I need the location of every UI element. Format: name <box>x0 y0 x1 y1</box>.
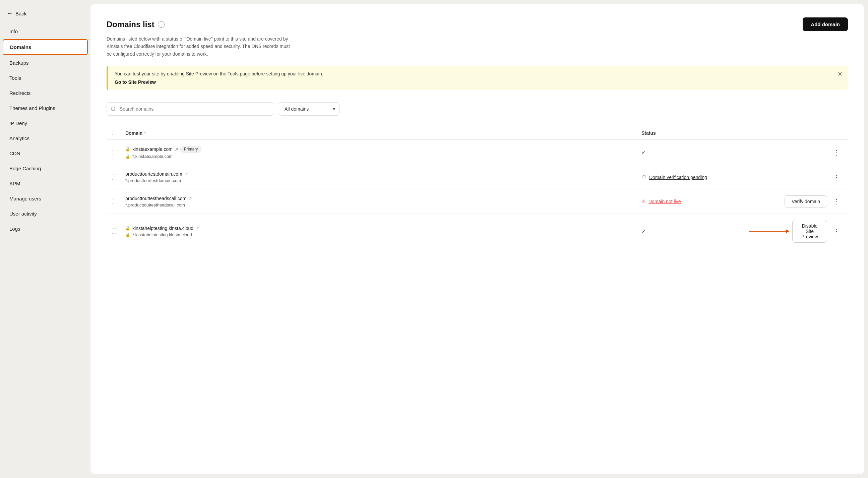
sidebar-item-domains[interactable]: Domains <box>3 39 88 55</box>
external-link-icon[interactable]: ↗ <box>175 147 178 152</box>
domain-name: kinstahelptesting.kinsta.cloud <box>132 226 193 231</box>
domain-wildcard-line: *.producttouttestheadscall.com <box>125 203 642 208</box>
sidebar-item-themes-plugins[interactable]: Themes and Plugins <box>3 101 88 115</box>
search-icon <box>111 106 116 112</box>
table-rows: 🔒kinstaexample.com↗Primary🔒*.kinstaexamp… <box>106 140 848 249</box>
row-status-cell: ⚠Domain not live <box>642 199 749 205</box>
sidebar-nav: InfoDomainsBackupsToolsRedirectsThemes a… <box>0 24 91 236</box>
row-domain-cell: producttouttestheadscall.com↗*.productto… <box>125 196 642 208</box>
row-domain-cell: 🔒kinstaexample.com↗Primary🔒*.kinstaexamp… <box>125 146 642 159</box>
row-status-cell: ⏱Domain verification pending <box>642 174 749 180</box>
domain-main-line: producttourtestdomain.com↗ <box>125 171 642 177</box>
domain-verification-pending-link[interactable]: Domain verification pending <box>649 175 707 180</box>
sidebar-item-tools[interactable]: Tools <box>3 71 88 85</box>
row-checkbox[interactable] <box>112 150 117 155</box>
row-domain-cell: 🔒kinstahelptesting.kinsta.cloud↗🔒*.kinst… <box>125 226 642 237</box>
notice-close-button[interactable]: ✕ <box>837 70 842 78</box>
domain-name: kinstaexample.com <box>132 147 173 152</box>
external-link-icon[interactable]: ↗ <box>188 196 192 201</box>
notice-link[interactable]: Go to Site Preview <box>115 80 156 85</box>
sidebar-item-logs[interactable]: Logs <box>3 221 88 236</box>
arrow-illustration <box>749 231 789 232</box>
table-row: producttouttestheadscall.com↗*.productto… <box>106 189 848 214</box>
page-description: Domains listed below with a status of "D… <box>106 35 294 58</box>
more-options-button[interactable]: ⋮ <box>831 147 842 158</box>
arrow-line <box>749 231 789 232</box>
row-checkbox-cell <box>112 175 125 180</box>
row-checkbox[interactable] <box>112 229 117 234</box>
notice-banner: You can test your site by enabling Site … <box>106 66 848 90</box>
table-row: 🔒kinstahelptesting.kinsta.cloud↗🔒*.kinst… <box>106 214 848 249</box>
sidebar-item-apm[interactable]: APM <box>3 176 88 191</box>
lock-icon: 🔒 <box>125 154 130 159</box>
back-button[interactable]: ← Back <box>0 7 91 24</box>
header-checkbox-cell <box>112 130 125 136</box>
row-actions-cell: Verify domain⋮ <box>749 196 842 208</box>
disable-site-preview-button[interactable]: Disable Site Preview <box>792 220 827 243</box>
page-info-icon[interactable]: i <box>158 21 164 28</box>
lock-icon: 🔒 <box>125 232 130 237</box>
domain-main-line: 🔒kinstahelptesting.kinsta.cloud↗ <box>125 226 642 231</box>
filter-wrap: All domainsDomain liveDomain not liveVer… <box>279 102 340 116</box>
domain-wildcard-line: *.producttourtestdomain.com <box>125 178 642 183</box>
row-actions-cell: Disable Site Preview⋮ <box>749 220 842 243</box>
more-options-button[interactable]: ⋮ <box>831 196 842 207</box>
status-check-icon: ✓ <box>642 149 646 155</box>
row-checkbox-cell <box>112 199 125 204</box>
domain-wildcard-line: 🔒*.kinstaexample.com <box>125 154 642 159</box>
lock-icon: 🔒 <box>125 147 130 151</box>
status-pending-wrap: ⏱Domain verification pending <box>642 174 707 180</box>
sidebar-item-analytics[interactable]: Analytics <box>3 131 88 146</box>
more-options-button[interactable]: ⋮ <box>831 172 842 183</box>
sidebar-item-ip-deny[interactable]: IP Deny <box>3 116 88 130</box>
main-content: Domains list i Add domain Domains listed… <box>91 4 864 474</box>
row-actions-cell: ⋮ <box>749 172 842 183</box>
verify-domain-button[interactable]: Verify domain <box>784 196 827 208</box>
row-actions-cell: ⋮ <box>749 147 842 158</box>
row-checkbox[interactable] <box>112 175 117 180</box>
page-title: Domains list <box>106 20 155 29</box>
header-status: Status <box>642 130 749 136</box>
primary-badge: Primary <box>180 146 202 152</box>
sidebar-item-cdn[interactable]: CDN <box>3 146 88 160</box>
row-status-cell: ✓ <box>642 228 749 235</box>
domain-name: producttourtestdomain.com <box>125 171 182 177</box>
pending-clock-icon: ⏱ <box>642 174 647 180</box>
table-header: Domain ↑ Status <box>106 126 848 140</box>
back-arrow-icon: ← <box>7 10 13 17</box>
header-domain: Domain ↑ <box>125 130 642 136</box>
domain-name: producttouttestheadscall.com <box>125 196 186 201</box>
sidebar-item-info[interactable]: Info <box>3 24 88 38</box>
wildcard-domain-name: *.producttouttestheadscall.com <box>125 203 185 208</box>
select-all-checkbox[interactable] <box>112 130 117 135</box>
wildcard-domain-name: *.producttourtestdomain.com <box>125 178 181 183</box>
external-link-icon[interactable]: ↗ <box>195 226 199 231</box>
sidebar-item-user-activity[interactable]: User activity <box>3 207 88 221</box>
sidebar-item-manage-users[interactable]: Manage users <box>3 191 88 206</box>
filter-select[interactable]: All domainsDomain liveDomain not liveVer… <box>279 102 340 116</box>
row-status-cell: ✓ <box>642 149 749 155</box>
sidebar-item-redirects[interactable]: Redirects <box>3 86 88 100</box>
status-check-icon: ✓ <box>642 228 646 235</box>
svg-line-1 <box>114 110 115 111</box>
row-checkbox[interactable] <box>112 199 117 204</box>
search-input[interactable] <box>106 102 274 116</box>
row-checkbox-cell <box>112 229 125 234</box>
external-link-icon[interactable]: ↗ <box>184 172 188 177</box>
sidebar: ← Back InfoDomainsBackupsToolsRedirectsT… <box>0 0 91 478</box>
wildcard-domain-name: *.kinstaexample.com <box>132 154 173 159</box>
domain-main-line: 🔒kinstaexample.com↗Primary <box>125 146 642 152</box>
domain-not-live-link[interactable]: Domain not live <box>649 199 681 204</box>
sort-icon[interactable]: ↑ <box>144 131 146 136</box>
wildcard-domain-name: *.kinstahelptesting.kinsta.cloud <box>132 232 192 237</box>
sidebar-item-backups[interactable]: Backups <box>3 56 88 70</box>
domain-wildcard-line: 🔒*.kinstahelptesting.kinsta.cloud <box>125 232 642 237</box>
notice-text: You can test your site by enabling Site … <box>115 71 841 77</box>
domain-main-line: producttouttestheadscall.com↗ <box>125 196 642 201</box>
more-options-button[interactable]: ⋮ <box>831 226 842 237</box>
page-title-wrap: Domains list i <box>106 20 164 29</box>
row-checkbox-cell <box>112 150 125 155</box>
back-label: Back <box>16 11 27 17</box>
sidebar-item-edge-caching[interactable]: Edge Caching <box>3 161 88 176</box>
add-domain-button[interactable]: Add domain <box>803 18 848 31</box>
